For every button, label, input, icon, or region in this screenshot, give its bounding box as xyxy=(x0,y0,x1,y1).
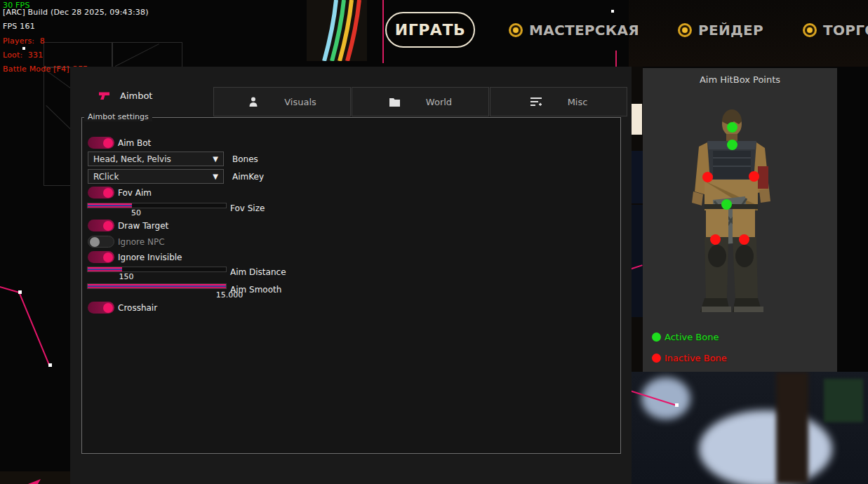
map-outline xyxy=(44,42,112,67)
nav-item-workshop[interactable]: МАСТЕРСКАЯ xyxy=(509,22,639,39)
toggle-knob xyxy=(103,303,113,313)
aim-bot-label: Aim Bot xyxy=(118,138,151,148)
aim-smooth-label: Aim Smooth xyxy=(230,285,281,295)
tab-label: Visuals xyxy=(284,97,316,107)
map-outline xyxy=(112,42,182,67)
draw-target-label: Draw Target xyxy=(118,221,168,231)
ignore-invisible-label: Ignore Invisible xyxy=(118,253,182,262)
esp-vertical-line xyxy=(615,51,617,67)
esp-node xyxy=(675,403,679,407)
snow-blob xyxy=(699,410,832,484)
aim-distance-value: 150 xyxy=(112,272,140,281)
aimkey-dropdown[interactable]: RClick ▼ xyxy=(88,169,224,184)
esp-node xyxy=(18,290,22,294)
nav-item-label: МАСТЕРСКАЯ xyxy=(529,22,639,39)
folder-icon xyxy=(389,97,401,107)
right-hip-bone-dot[interactable] xyxy=(739,234,749,245)
esp-line xyxy=(19,292,51,365)
nav-item-label: ТОРГО xyxy=(823,22,868,39)
aimbot-settings-group: Aim Bot Head, Neck, Pelvis ▼ Bones RClic… xyxy=(81,117,621,454)
ignore-npc-toggle[interactable] xyxy=(88,236,114,248)
fov-size-slider[interactable] xyxy=(87,203,227,208)
coin-icon xyxy=(509,23,523,37)
tab-label: Aimbot xyxy=(120,90,152,101)
aim-bot-toggle[interactable] xyxy=(88,137,114,149)
fov-aim-label: Fov Aim xyxy=(118,188,152,198)
esp-triangle xyxy=(18,479,41,484)
build-info: [ARC] Build (Dec 28 2025, 09:43:38) xyxy=(3,8,149,17)
esp-line xyxy=(0,286,20,293)
tab-misc[interactable]: Misc xyxy=(490,87,627,116)
head-bone-dot[interactable] xyxy=(727,122,737,133)
sliders-icon xyxy=(530,96,542,107)
fov-aim-toggle[interactable] xyxy=(88,187,114,199)
tab-label: World xyxy=(426,97,452,107)
nav-item-label: РЕЙДЕР xyxy=(698,22,763,39)
crosshair-toggle[interactable] xyxy=(88,302,114,314)
players-count: Players: 8 xyxy=(3,36,45,46)
draw-target-toggle[interactable] xyxy=(88,220,114,231)
ignore-invisible-toggle[interactable] xyxy=(88,251,114,263)
pistol-icon xyxy=(98,90,110,102)
section-title: Aimbot settings xyxy=(84,112,152,121)
slider-fill xyxy=(88,203,132,208)
right-shoulder-bone-dot[interactable] xyxy=(749,171,759,182)
person-icon xyxy=(248,96,259,107)
neck-bone-dot[interactable] xyxy=(727,140,737,150)
pillar xyxy=(776,372,808,484)
game-background-bottom-right xyxy=(629,372,868,484)
coin-icon xyxy=(803,23,817,37)
toggle-knob xyxy=(103,221,113,231)
play-button[interactable]: ИГРАТЬ xyxy=(385,12,475,48)
bones-dropdown[interactable]: Head, Neck, Pelvis ▼ xyxy=(88,152,224,166)
aim-distance-slider[interactable] xyxy=(87,267,227,272)
esp-vertical-line xyxy=(382,0,384,63)
esp-dot xyxy=(22,47,25,50)
inactive-bone-dot xyxy=(652,354,661,363)
active-bone-label: Active Bone xyxy=(665,332,719,342)
toggle-knob xyxy=(90,237,100,247)
slider-fill xyxy=(88,267,122,271)
esp-dot xyxy=(611,10,614,13)
bones-label: Bones xyxy=(232,154,258,164)
left-hip-bone-dot[interactable] xyxy=(710,234,721,245)
esp-node xyxy=(48,363,52,367)
slider-fill xyxy=(88,284,226,288)
rainbow-poster xyxy=(307,0,370,61)
aim-distance-label: Aim Distance xyxy=(230,267,286,277)
cheat-menu-panel: Aimbot Visuals World Misc Aim Bot Head, … xyxy=(70,67,632,484)
inactive-bone-label: Inactive Bone xyxy=(665,353,727,363)
fov-size-label: Fov Size xyxy=(230,203,265,213)
ignore-npc-label: Ignore NPC xyxy=(118,237,165,247)
fov-size-value: 50 xyxy=(122,208,150,217)
nav-item-raider[interactable]: РЕЙДЕР xyxy=(678,22,763,39)
tab-world[interactable]: World xyxy=(352,87,489,116)
bones-dropdown-value: Head, Neck, Pelvis xyxy=(88,154,213,164)
aim-smooth-slider[interactable] xyxy=(87,283,227,289)
fps-info: FPS 161 xyxy=(3,22,35,31)
hitbox-points-layer xyxy=(643,68,837,372)
toggle-knob xyxy=(103,138,113,148)
hitbox-panel: Aim HitBox Points xyxy=(643,68,837,372)
tab-visuals[interactable]: Visuals xyxy=(213,87,351,116)
snow-blob xyxy=(641,377,690,419)
active-bone-dot xyxy=(652,332,661,342)
crosshair-label: Crosshair xyxy=(118,303,157,313)
left-shoulder-bone-dot[interactable] xyxy=(702,172,713,182)
aimkey-label: AimKey xyxy=(232,172,264,182)
game-background-rust-wall xyxy=(837,67,868,372)
exit-sign xyxy=(824,379,863,422)
coin-icon xyxy=(678,23,692,37)
loot-count: Loot: 331 xyxy=(3,51,43,60)
aimkey-dropdown-value: RClick xyxy=(88,172,213,182)
toggle-knob xyxy=(103,253,113,262)
chevron-down-icon: ▼ xyxy=(213,173,223,180)
pelvis-bone-dot[interactable] xyxy=(721,199,732,210)
toggle-knob xyxy=(103,188,113,198)
tab-aimbot[interactable]: Aimbot xyxy=(98,90,152,102)
nav-item-trade[interactable]: ТОРГО xyxy=(803,22,868,39)
chevron-down-icon: ▼ xyxy=(213,155,223,163)
tab-label: Misc xyxy=(568,97,588,107)
